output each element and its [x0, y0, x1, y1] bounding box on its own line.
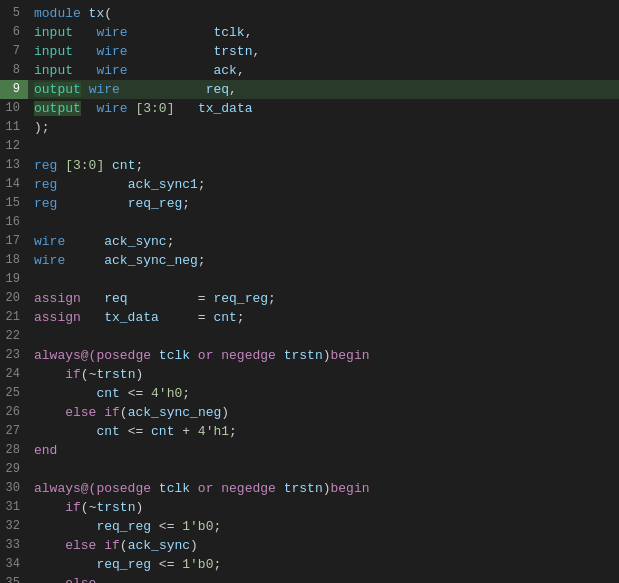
line-content: reg [3:0] cnt;	[28, 156, 619, 175]
code-line: 34 req_reg <= 1'b0;	[0, 555, 619, 574]
code-line: 17wire ack_sync;	[0, 232, 619, 251]
code-line: 35 else	[0, 574, 619, 583]
line-number: 32	[0, 517, 28, 536]
line-number: 29	[0, 460, 28, 479]
code-line: 22	[0, 327, 619, 346]
line-number: 6	[0, 23, 28, 42]
line-number: 15	[0, 194, 28, 213]
code-line: 24 if(~trstn)	[0, 365, 619, 384]
line-content: input wire ack,	[28, 61, 619, 80]
line-number: 11	[0, 118, 28, 137]
line-number: 27	[0, 422, 28, 441]
code-line: 9output wire req,	[0, 80, 619, 99]
line-content: output wire [3:0] tx_data	[28, 99, 619, 118]
code-line: 19	[0, 270, 619, 289]
line-number: 22	[0, 327, 28, 346]
line-content: cnt <= cnt + 4'h1;	[28, 422, 619, 441]
line-number: 24	[0, 365, 28, 384]
line-number: 34	[0, 555, 28, 574]
line-content	[28, 270, 619, 289]
code-line: 26 else if(ack_sync_neg)	[0, 403, 619, 422]
code-line: 25 cnt <= 4'h0;	[0, 384, 619, 403]
line-number: 33	[0, 536, 28, 555]
line-content: else if(ack_sync_neg)	[28, 403, 619, 422]
line-content: input wire tclk,	[28, 23, 619, 42]
code-line: 27 cnt <= cnt + 4'h1;	[0, 422, 619, 441]
line-content: req_reg <= 1'b0;	[28, 555, 619, 574]
line-number: 21	[0, 308, 28, 327]
line-number: 28	[0, 441, 28, 460]
line-content: req_reg <= 1'b0;	[28, 517, 619, 536]
code-line: 32 req_reg <= 1'b0;	[0, 517, 619, 536]
code-line: 13reg [3:0] cnt;	[0, 156, 619, 175]
code-line: 23always@(posedge tclk or negedge trstn)…	[0, 346, 619, 365]
line-content	[28, 213, 619, 232]
line-content: assign tx_data = cnt;	[28, 308, 619, 327]
code-line: 28end	[0, 441, 619, 460]
line-content: if(~trstn)	[28, 365, 619, 384]
line-content: always@(posedge tclk or negedge trstn)be…	[28, 479, 619, 498]
line-content: else if(ack_sync)	[28, 536, 619, 555]
code-line: 6input wire tclk,	[0, 23, 619, 42]
line-number: 26	[0, 403, 28, 422]
line-number: 13	[0, 156, 28, 175]
line-number: 8	[0, 61, 28, 80]
line-content: );	[28, 118, 619, 137]
line-number: 16	[0, 213, 28, 232]
line-number: 25	[0, 384, 28, 403]
line-content: input wire trstn,	[28, 42, 619, 61]
line-content: reg req_reg;	[28, 194, 619, 213]
code-line: 29	[0, 460, 619, 479]
line-number: 19	[0, 270, 28, 289]
code-line: 18wire ack_sync_neg;	[0, 251, 619, 270]
line-number: 30	[0, 479, 28, 498]
line-number: 7	[0, 42, 28, 61]
code-line: 30always@(posedge tclk or negedge trstn)…	[0, 479, 619, 498]
line-content	[28, 460, 619, 479]
code-line: 16	[0, 213, 619, 232]
line-number: 9	[0, 80, 28, 99]
line-number: 23	[0, 346, 28, 365]
code-line: 20assign req = req_reg;	[0, 289, 619, 308]
code-editor: 5module tx(6input wire tclk,7input wire …	[0, 0, 619, 583]
code-line: 10output wire [3:0] tx_data	[0, 99, 619, 118]
line-number: 5	[0, 4, 28, 23]
line-content: else	[28, 574, 619, 583]
line-content: module tx(	[28, 4, 619, 23]
line-number: 12	[0, 137, 28, 156]
code-line: 21assign tx_data = cnt;	[0, 308, 619, 327]
code-line: 15reg req_reg;	[0, 194, 619, 213]
code-line: 5module tx(	[0, 4, 619, 23]
code-line: 8input wire ack,	[0, 61, 619, 80]
line-content: always@(posedge tclk or negedge trstn)be…	[28, 346, 619, 365]
code-line: 11);	[0, 118, 619, 137]
line-number: 14	[0, 175, 28, 194]
line-content: reg ack_sync1;	[28, 175, 619, 194]
line-number: 35	[0, 574, 28, 583]
line-content: end	[28, 441, 619, 460]
code-line: 33 else if(ack_sync)	[0, 536, 619, 555]
line-content: wire ack_sync_neg;	[28, 251, 619, 270]
line-number: 10	[0, 99, 28, 118]
code-line: 31 if(~trstn)	[0, 498, 619, 517]
line-content: if(~trstn)	[28, 498, 619, 517]
line-content: wire ack_sync;	[28, 232, 619, 251]
code-line: 14reg ack_sync1;	[0, 175, 619, 194]
line-content: cnt <= 4'h0;	[28, 384, 619, 403]
line-content: assign req = req_reg;	[28, 289, 619, 308]
code-line: 7input wire trstn,	[0, 42, 619, 61]
line-number: 17	[0, 232, 28, 251]
line-number: 18	[0, 251, 28, 270]
code-line: 12	[0, 137, 619, 156]
line-content	[28, 137, 619, 156]
line-number: 31	[0, 498, 28, 517]
line-number: 20	[0, 289, 28, 308]
line-content	[28, 327, 619, 346]
line-content: output wire req,	[28, 80, 619, 99]
